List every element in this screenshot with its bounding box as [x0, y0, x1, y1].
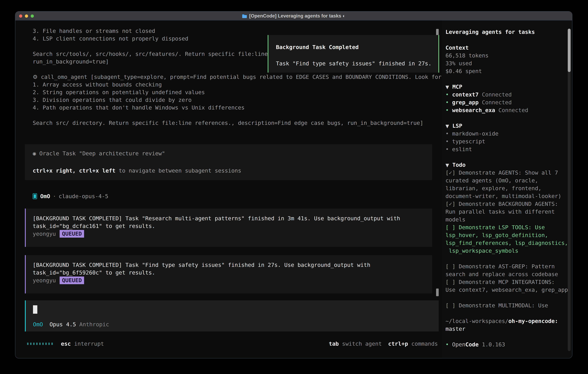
task-message-line: [BACKGROUND TASK COMPLETED] Task "Find t… [33, 261, 432, 269]
chevron-down-icon: ▼ [445, 123, 449, 129]
sidebar: Leveraging agents for tasks Context 66,5… [442, 21, 572, 358]
task-user: yeongyu [33, 277, 56, 284]
todo-line: lsp_find_references, lsp_diagnostics, [445, 239, 572, 247]
task-user: yeongyu [33, 231, 56, 237]
todo-line: curated agents (OmO, oracle, [445, 177, 572, 184]
mcp-item: • context7 Connected [445, 91, 572, 98]
bullet-icon: • [445, 107, 449, 113]
agent-model: claude-opus-4-5 [59, 193, 108, 199]
chat-pane: 3. File handles or streams not closed 4.… [15, 21, 442, 358]
toast-body: Task "Find type safety issues" finished … [276, 60, 431, 67]
sidebar-scrollbar-track[interactable] [568, 29, 571, 351]
lsp-section-header[interactable]: ▼ LSP [445, 122, 572, 130]
input-model-name: Opus 4.5 [50, 321, 76, 328]
agent-icon [33, 193, 37, 199]
task-message-line: task_id="bg_6f59260c" to get results. [33, 269, 432, 277]
window-controls [19, 11, 34, 21]
todo-line: [ ] Demonstrate LSP TOOLS: Use [445, 223, 572, 231]
status-badge: QUEUED [60, 277, 84, 284]
bullet-icon: • [445, 130, 449, 137]
bullet-icon: • [445, 99, 449, 105]
todo-line: lsp_hover, lsp_goto_definition, [445, 231, 572, 239]
fisheye-icon: ◉ [33, 150, 36, 157]
window-title-text: [OpenCode] Leveraging agents for tasks ◐ [249, 13, 345, 19]
todo-line: [✓] Demonstrate AGENTS: Show all 7 [445, 169, 572, 177]
sidebar-scrollbar-thumb[interactable] [568, 29, 571, 72]
oracle-task-card: ◉ Oracle Task "Deep architecture review"… [25, 144, 432, 180]
todo-line: models [445, 216, 572, 223]
todo-line: [ ] Demonstrate MCP INTEGRATIONS: [445, 278, 572, 286]
background-task-message: [BACKGROUND TASK COMPLETED] Task "Find t… [25, 255, 432, 293]
window-title: [OpenCode] Leveraging agents for tasks ◐ [242, 13, 345, 19]
tool-call-line: ⚙ call_omo_agent [subagent_type=explore,… [25, 73, 442, 81]
agent-name: OmO [40, 193, 50, 199]
agent-header: OmO · claude-opus-4-5 [25, 192, 442, 200]
mcp-item: • grep_app Connected [445, 98, 572, 106]
chevron-down-icon: ▼ [445, 162, 449, 168]
lsp-item: • markdown-oxide [445, 130, 572, 137]
folder-icon [242, 14, 247, 18]
task-message-line: [BACKGROUND TASK COMPLETED] Task "Resear… [33, 215, 432, 222]
message-line: 3. File handles or streams not closed [25, 27, 442, 35]
session-title: Leveraging agents for tasks [445, 28, 572, 36]
message-line: 2. String operations on potentially unde… [25, 89, 442, 96]
activity-spinner-dots [27, 343, 53, 345]
notification-toast: Background Task Completed Task "Find typ… [268, 35, 439, 73]
bullet-icon: • [445, 138, 449, 145]
window-titlebar[interactable]: [OpenCode] Leveraging agents for tasks ◐ [15, 11, 572, 21]
message-line: 3. Division operations that could divide… [25, 96, 442, 104]
oracle-task-title: ◉ Oracle Task "Deep architecture review" [33, 150, 432, 157]
todo-line: Use context7, websearch_exa, grep_app [445, 286, 572, 294]
toast-title: Background Task Completed [276, 43, 431, 51]
app-version: • OpenCode 1.0.163 [445, 341, 572, 348]
todo-line: librarian, explore, frontend, [445, 184, 572, 192]
gear-icon: ⚙ [33, 74, 38, 80]
bullet-icon: • [445, 146, 449, 152]
model-row: OmO Opus 4.5 Anthropic [33, 321, 439, 328]
minimize-window-button[interactable] [25, 14, 28, 18]
message-line: 4. Path operations that don't handle Win… [25, 104, 442, 112]
mcp-section-header[interactable]: ▼ MCP [445, 83, 572, 91]
message-line: 1. Array access without bounds checking [25, 81, 442, 89]
oracle-task-hint: ctrl+x right, ctrl+x left to navigate be… [33, 167, 432, 175]
hint-switch-agent: tab switch agent [329, 341, 382, 347]
message-line: Search src/ directory. Return specific f… [25, 119, 442, 127]
tool-call-text: call_omo_agent [subagent_type=explore, p… [38, 74, 441, 80]
workspace-path: ~/local-workspaces/oh-my-opencode: [445, 317, 572, 325]
context-used: 33% used [445, 59, 572, 67]
mcp-item: • websearch_exa Connected [445, 106, 572, 114]
context-spent: $0.46 spent [445, 67, 572, 75]
todo-line: [ ] Demonstrate MULTIMODAL: Use [445, 301, 572, 309]
message-input[interactable]: OmO Opus 4.5 Anthropic [25, 300, 439, 332]
context-header: Context [445, 44, 572, 52]
app-window: [OpenCode] Leveraging agents for tasks ◐… [15, 11, 572, 358]
bullet-icon: • [445, 91, 449, 98]
status-bar: esc interrupt tab switch agent ctrl+p co… [25, 340, 442, 348]
hint-interrupt: esc interrupt [61, 341, 104, 347]
context-tokens: 66,518 tokens [445, 52, 572, 59]
input-agent-name: OmO [33, 321, 43, 328]
task-message-line: task_id="bg_dcfac161" to get results. [33, 222, 432, 230]
todo-line: lsp_workspace_symbols [445, 247, 572, 255]
main-scrollbar-thumb[interactable] [436, 289, 439, 296]
status-badge: QUEUED [60, 230, 84, 238]
close-window-button[interactable] [19, 14, 22, 18]
chevron-down-icon: ▼ [445, 84, 449, 90]
todo-line: [✓] Demonstrate BACKGROUND AGENTS: [445, 200, 572, 208]
workspace-branch: master [445, 325, 572, 333]
todo-line: document-writer, multimodal-looker) [445, 192, 572, 200]
lsp-item: • eslint [445, 145, 572, 153]
hint-commands: ctrl+p commands [388, 341, 438, 347]
bullet-icon: • [445, 341, 449, 348]
todo-line: [ ] Demonstrate AST-GREP: Pattern [445, 262, 572, 270]
todo-line: search and replace across codebase [445, 270, 572, 278]
shortcut-description: to navigate between subagent sessions [116, 167, 241, 174]
separator-dot: · [50, 193, 59, 199]
shortcut-keys: ctrl+x right, ctrl+x left [33, 167, 116, 174]
todo-section-header[interactable]: ▼ Todo [445, 161, 572, 169]
maximize-window-button[interactable] [31, 14, 34, 18]
lsp-item: • typescript [445, 137, 572, 145]
todo-line: Run parallel tasks with different [445, 208, 572, 216]
input-model-provider: Anthropic [76, 321, 109, 328]
text-cursor [33, 305, 37, 314]
